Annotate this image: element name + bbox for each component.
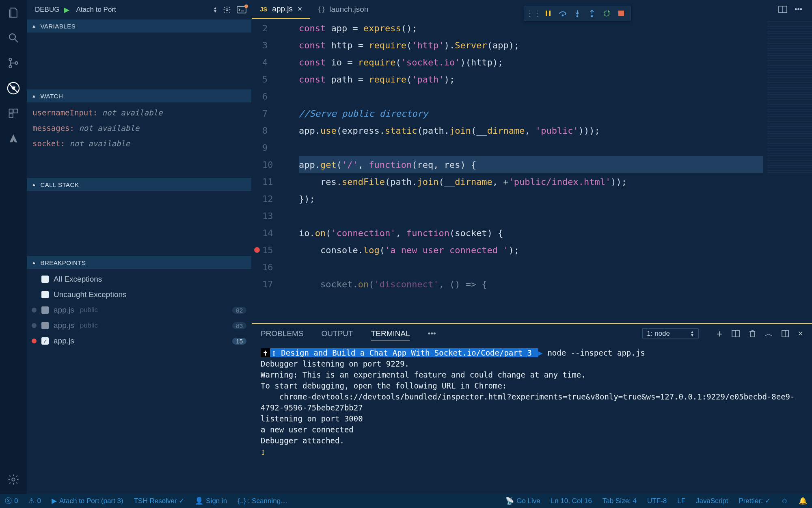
checkbox[interactable] — [41, 306, 49, 314]
breakpoint-gutter[interactable] — [252, 276, 262, 293]
breakpoint-gutter[interactable] — [252, 122, 262, 139]
breakpoint-gutter[interactable] — [252, 241, 262, 258]
pause-icon[interactable] — [542, 8, 554, 19]
maximize-panel-icon[interactable] — [782, 330, 789, 337]
breakpoint-gutter[interactable] — [252, 173, 262, 190]
terminal-output[interactable]: ✝▯ Design and Build a Chat App With Sock… — [252, 343, 812, 494]
breakpoint-gutter[interactable] — [252, 88, 262, 105]
checkbox[interactable]: ✓ — [41, 337, 49, 345]
line-number[interactable]: 15 — [262, 241, 291, 258]
line-number[interactable]: 17 — [262, 276, 291, 293]
code-editor[interactable]: 234567891011121314151617 const app = exp… — [252, 20, 812, 323]
variables-header[interactable]: ▲VARIABLES — [27, 20, 251, 33]
split-terminal-icon[interactable] — [732, 330, 740, 337]
start-debug-icon[interactable]: ▶ — [64, 6, 69, 14]
breakpoint-row[interactable]: app.jspublic83 — [27, 318, 251, 333]
code-line[interactable]: app.use(express.static(path.join(__dirna… — [299, 122, 763, 139]
breakpoint-gutter[interactable] — [252, 37, 262, 54]
code-line[interactable]: //Serve public directory — [299, 105, 763, 122]
drag-handle-icon[interactable]: ⋮⋮ — [527, 8, 540, 19]
debug-icon[interactable] — [6, 81, 20, 95]
status-signin[interactable]: 👤 Sign in — [195, 497, 227, 505]
line-number[interactable]: 12 — [262, 190, 291, 207]
status-resolver[interactable]: TSH Resolver ✓ — [134, 497, 185, 505]
breakpoint-gutter[interactable] — [252, 190, 262, 207]
search-icon[interactable] — [6, 31, 20, 45]
line-number[interactable]: 5 — [262, 71, 291, 88]
status-language[interactable]: JavaScript — [696, 497, 728, 505]
files-icon[interactable] — [6, 6, 20, 20]
debug-config-name[interactable]: Atach to Port — [74, 6, 208, 14]
code-line[interactable] — [299, 258, 763, 276]
azure-icon[interactable] — [6, 132, 20, 145]
new-terminal-icon[interactable]: + — [717, 328, 723, 340]
step-out-icon[interactable] — [586, 8, 598, 19]
status-position[interactable]: Ln 10, Col 16 — [551, 497, 592, 505]
status-scanning[interactable]: {..} : Scanning… — [238, 497, 287, 505]
checkbox[interactable] — [41, 291, 49, 298]
code-line[interactable]: const io = require('socket.io')(http); — [299, 54, 763, 71]
more-actions-icon[interactable]: ••• — [795, 5, 802, 14]
breakpoint-gutter[interactable] — [252, 71, 262, 88]
status-encoding[interactable]: UTF-8 — [647, 497, 667, 505]
step-into-icon[interactable] — [571, 8, 583, 19]
status-launch[interactable]: ▶ Atach to Port (part 3) — [52, 497, 123, 505]
step-over-icon[interactable] — [557, 8, 569, 19]
status-prettier[interactable]: Prettier: ✓ — [739, 497, 770, 505]
line-number[interactable]: 4 — [262, 54, 291, 71]
line-number[interactable]: 3 — [262, 37, 291, 54]
code-line[interactable]: socket.on('disconnect', () => { — [299, 276, 763, 293]
status-golive[interactable]: 📡 Go Live — [505, 497, 540, 505]
breakpoint-gutter[interactable] — [252, 258, 262, 276]
settings-gear-icon[interactable] — [6, 473, 20, 486]
line-number[interactable]: 8 — [262, 122, 291, 139]
editor-tab[interactable]: JSapp.js× — [252, 0, 310, 19]
code-line[interactable]: app.get('/', function(req, res) { — [299, 156, 763, 173]
line-number[interactable]: 9 — [262, 139, 291, 156]
more-icon[interactable]: ••• — [428, 329, 436, 338]
close-tab-icon[interactable]: × — [298, 4, 302, 13]
breakpoint-row[interactable]: ✓app.js15 — [27, 333, 251, 349]
extensions-icon[interactable] — [6, 106, 20, 120]
watch-header[interactable]: ▲WATCH — [27, 89, 251, 102]
breakpoint-uncaught-exceptions[interactable]: Uncaught Exceptions — [27, 287, 251, 302]
status-bell-icon[interactable]: 🔔 — [799, 497, 807, 505]
checkbox[interactable] — [41, 276, 49, 283]
code-line[interactable] — [299, 139, 763, 156]
tab-terminal[interactable]: TERMINAL — [371, 327, 410, 341]
code-line[interactable] — [299, 207, 763, 224]
code-line[interactable]: res.sendFile(path.join(__dirname, +'publ… — [299, 173, 763, 190]
restart-icon[interactable] — [600, 8, 613, 19]
callstack-header[interactable]: ▲CALL STACK — [27, 178, 251, 191]
gear-icon[interactable] — [223, 6, 231, 14]
line-number[interactable]: 6 — [262, 88, 291, 105]
tab-problems[interactable]: PROBLEMS — [261, 327, 304, 341]
checkbox[interactable] — [41, 322, 49, 329]
breakpoint-gutter[interactable] — [252, 20, 262, 37]
code-line[interactable]: const path = require('path'); — [299, 71, 763, 88]
debug-console-icon[interactable] — [237, 6, 246, 13]
editor-tab[interactable]: { }launch.json — [310, 0, 376, 19]
stop-icon[interactable] — [615, 8, 627, 19]
status-eol[interactable]: LF — [677, 497, 685, 505]
status-errors[interactable]: ⓧ 0 — [5, 496, 18, 506]
breakpoint-gutter[interactable] — [252, 156, 262, 173]
terminal-select[interactable]: 1: node▲▼ — [642, 328, 699, 339]
scm-icon[interactable] — [6, 56, 20, 70]
status-tabsize[interactable]: Tab Size: 4 — [603, 497, 637, 505]
chevron-up-icon[interactable]: ︿ — [765, 328, 773, 339]
line-number[interactable]: 13 — [262, 207, 291, 224]
split-editor-icon[interactable] — [778, 6, 787, 13]
line-number[interactable]: 16 — [262, 258, 291, 276]
watch-item[interactable]: usernameInput: not available — [32, 105, 246, 120]
minimap[interactable] — [767, 20, 812, 174]
breakpoint-all-exceptions[interactable]: All Exceptions — [27, 271, 251, 287]
status-feedback-icon[interactable]: ☺ — [781, 497, 788, 505]
breakpoint-gutter[interactable] — [252, 105, 262, 122]
breakpoint-row[interactable]: app.jspublic82 — [27, 302, 251, 318]
debug-toolbar[interactable]: ⋮⋮ — [524, 6, 631, 21]
watch-item[interactable]: socket: not available — [32, 136, 246, 151]
breakpoints-header[interactable]: ▲BREAKPOINTS — [27, 256, 251, 269]
status-warnings[interactable]: ⚠ 0 — [28, 497, 41, 505]
code-line[interactable]: io.on('connection', function(socket) { — [299, 224, 763, 241]
